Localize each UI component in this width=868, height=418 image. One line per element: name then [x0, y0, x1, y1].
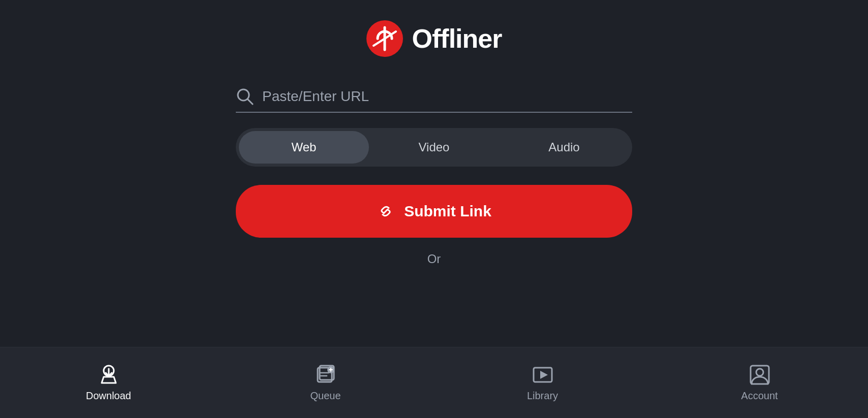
- nav-label-library: Library: [527, 390, 558, 402]
- bottom-nav: Download Queue Library Account: [0, 347, 868, 418]
- or-divider-text: Or: [427, 252, 441, 266]
- submit-button-label: Submit Link: [404, 203, 491, 220]
- tab-video[interactable]: Video: [369, 131, 499, 164]
- logo-area: Offliner: [366, 20, 502, 57]
- svg-line-5: [384, 209, 388, 213]
- nav-item-download[interactable]: Download: [0, 356, 217, 410]
- url-input[interactable]: [262, 88, 632, 105]
- search-input-wrapper: [236, 87, 632, 113]
- app-logo-icon: [366, 20, 403, 57]
- nav-label-account: Account: [741, 390, 778, 402]
- download-nav-icon: [98, 364, 120, 386]
- queue-nav-icon: [315, 364, 337, 386]
- link-icon: [377, 202, 395, 220]
- nav-item-queue[interactable]: Queue: [217, 356, 434, 410]
- svg-marker-16: [540, 371, 548, 379]
- nav-item-account[interactable]: Account: [651, 356, 868, 410]
- nav-label-queue: Queue: [310, 390, 340, 402]
- tabs-area: Web Video Audio: [236, 128, 632, 167]
- search-icon: [236, 87, 254, 106]
- tabs-container: Web Video Audio: [236, 128, 632, 167]
- account-nav-icon: [749, 364, 771, 386]
- tab-web[interactable]: Web: [239, 131, 369, 164]
- nav-item-library[interactable]: Library: [434, 356, 651, 410]
- svg-point-18: [756, 369, 763, 376]
- submit-link-button[interactable]: Submit Link: [236, 185, 632, 238]
- library-nav-icon: [532, 364, 554, 386]
- app-title: Offliner: [412, 23, 502, 54]
- search-area: [236, 87, 632, 113]
- main-content: Offliner Web Video Audio: [0, 0, 868, 347]
- tab-audio[interactable]: Audio: [499, 131, 629, 164]
- svg-line-4: [247, 99, 253, 104]
- nav-label-download: Download: [86, 390, 131, 402]
